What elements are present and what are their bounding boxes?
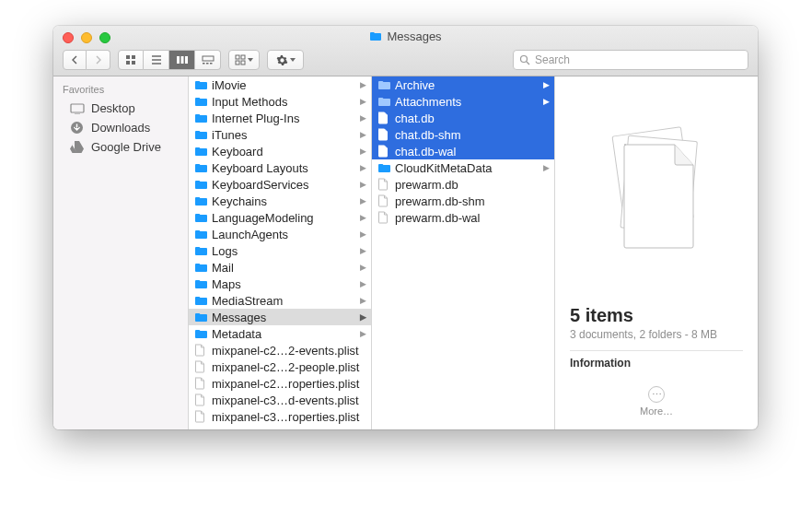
file-row[interactable]: prewarm.db-shm <box>372 193 554 209</box>
toolbar: Search <box>63 49 748 71</box>
file-icon <box>377 128 392 141</box>
chevron-right-icon: ▶ <box>360 329 367 338</box>
forward-button[interactable] <box>87 50 110 70</box>
folder-row[interactable]: Archive▶ <box>372 76 554 93</box>
file-row[interactable]: mixpanel-c2…roperties.plist <box>189 375 371 392</box>
folder-icon <box>194 263 209 273</box>
folder-row[interactable]: MediaStream▶ <box>189 292 371 309</box>
folder-row[interactable]: Mail▶ <box>189 259 371 276</box>
folder-row[interactable]: iTunes▶ <box>189 126 371 143</box>
svg-rect-3 <box>132 61 135 65</box>
search-input[interactable]: Search <box>513 50 748 70</box>
folder-row[interactable]: LaunchAgents▶ <box>189 226 371 242</box>
file-row[interactable]: chat.db <box>372 110 554 126</box>
file-row[interactable]: prewarm.db <box>372 176 554 193</box>
file-icon <box>377 194 392 207</box>
file-row[interactable]: mixpanel-c3…roperties.plist <box>189 408 371 425</box>
folder-icon <box>194 229 209 240</box>
row-label: Logs <box>212 244 360 258</box>
sidebar-item[interactable]: Downloads <box>53 118 188 137</box>
sidebar: Favorites DesktopDownloadsGoogle Drive <box>53 76 189 429</box>
file-row[interactable]: mixpanel-c2…2-people.plist <box>189 358 371 375</box>
desktop-icon <box>70 103 85 114</box>
window-title: Messages <box>53 29 758 43</box>
chevron-right-icon: ▶ <box>360 163 367 172</box>
window-title-text: Messages <box>387 29 441 43</box>
svg-rect-11 <box>236 55 239 59</box>
action-button[interactable] <box>267 50 304 70</box>
view-list-button[interactable] <box>144 50 169 70</box>
chevron-right-icon: ▶ <box>360 296 367 305</box>
file-icon <box>377 145 392 158</box>
folder-row[interactable]: Keyboard▶ <box>189 143 371 159</box>
folder-icon <box>194 196 209 206</box>
preview-subtitle: 3 documents, 2 folders - 8 MB <box>570 328 743 341</box>
folder-row[interactable]: Attachments▶ <box>372 93 554 110</box>
row-label: mixpanel-c3…roperties.plist <box>212 410 367 424</box>
row-label: prewarm.db-wal <box>395 211 551 225</box>
folder-row[interactable]: Messages▶ <box>189 309 371 325</box>
sidebar-item[interactable]: Desktop <box>53 99 188 118</box>
column-2[interactable]: Archive▶Attachments▶chat.dbchat.db-shmch… <box>372 76 555 429</box>
folder-row[interactable]: CloudKitMetaData▶ <box>372 159 554 176</box>
chevron-right-icon: ▶ <box>360 279 367 288</box>
chevron-right-icon: ▶ <box>360 180 367 189</box>
folder-row[interactable]: LanguageModeling▶ <box>189 209 371 226</box>
maximize-button[interactable] <box>99 32 110 43</box>
svg-rect-14 <box>241 61 245 65</box>
folder-icon <box>194 296 209 306</box>
view-gallery-button[interactable] <box>195 50 221 70</box>
folder-row[interactable]: Keychains▶ <box>189 193 371 209</box>
view-icon-button[interactable] <box>118 50 144 70</box>
column-1[interactable]: iMovie▶Input Methods▶Internet Plug-Ins▶i… <box>189 76 372 429</box>
folder-icon <box>377 163 392 173</box>
folder-row[interactable]: Metadata▶ <box>189 325 371 342</box>
file-icon <box>194 344 209 357</box>
svg-point-15 <box>521 56 528 63</box>
folder-row[interactable]: Internet Plug-Ins▶ <box>189 110 371 126</box>
row-label: Attachments <box>395 95 543 109</box>
sidebar-item[interactable]: Google Drive <box>53 137 188 157</box>
file-row[interactable]: chat.db-wal <box>372 143 554 159</box>
file-row[interactable]: prewarm.db-wal <box>372 209 554 226</box>
file-row[interactable]: mixpanel-c2…2-events.plist <box>189 342 371 358</box>
row-label: Keyboard Layouts <box>212 161 360 175</box>
folder-row[interactable]: KeyboardServices▶ <box>189 176 371 193</box>
folder-row[interactable]: Keyboard Layouts▶ <box>189 159 371 176</box>
row-label: mixpanel-c2…2-events.plist <box>212 344 367 358</box>
row-label: prewarm.db <box>395 178 551 192</box>
view-column-button[interactable] <box>169 50 195 70</box>
file-icon <box>377 112 392 124</box>
gear-icon <box>276 54 288 66</box>
file-row[interactable]: mixpanel-c3…d-events.plist <box>189 392 371 408</box>
folder-row[interactable]: Input Methods▶ <box>189 93 371 110</box>
row-label: iMovie <box>212 78 360 92</box>
file-icon <box>194 377 209 390</box>
folder-row[interactable]: Logs▶ <box>189 242 371 259</box>
folder-icon <box>194 147 209 157</box>
folder-icon <box>194 97 209 107</box>
row-label: Maps <box>212 277 360 291</box>
search-placeholder: Search <box>535 53 570 66</box>
file-icon <box>377 178 392 191</box>
file-row[interactable]: chat.db-shm <box>372 126 554 143</box>
traffic-lights <box>63 32 110 43</box>
folder-icon <box>377 97 392 107</box>
preview-info-header: Information <box>570 357 743 370</box>
chevron-right-icon: ▶ <box>360 229 367 239</box>
folder-icon <box>194 279 209 289</box>
svg-rect-2 <box>126 61 130 65</box>
preview-more[interactable]: ⋯ More… <box>555 377 758 429</box>
folder-row[interactable]: Maps▶ <box>189 276 371 292</box>
row-label: iTunes <box>212 128 360 142</box>
arrange-button[interactable] <box>228 50 260 70</box>
search-icon <box>519 54 530 65</box>
finder-window: Messages <box>53 26 758 429</box>
chevron-right-icon: ▶ <box>543 80 551 89</box>
folder-row[interactable]: iMovie▶ <box>189 76 371 93</box>
back-button[interactable] <box>63 50 87 70</box>
minimize-button[interactable] <box>81 32 92 43</box>
sidebar-header: Favorites <box>53 82 188 99</box>
close-button[interactable] <box>63 32 74 43</box>
row-label: LaunchAgents <box>212 228 360 241</box>
